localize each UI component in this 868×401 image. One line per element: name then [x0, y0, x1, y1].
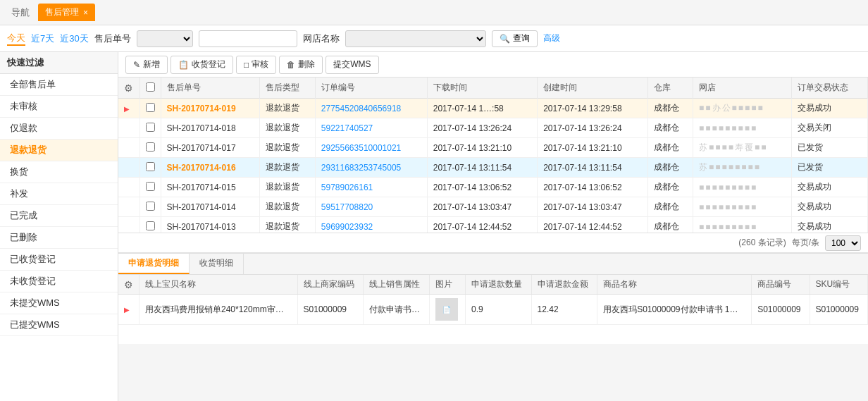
play-cell — [118, 178, 140, 197]
active-tab[interactable]: 售后管理 × — [38, 4, 95, 21]
row-checkbox[interactable] — [146, 202, 155, 211]
sku-code-cell: S01000009 — [810, 295, 867, 325]
bottom-table-wrapper[interactable]: ⚙ 线上宝贝名称 线上商家编码 线上销售属性 图片 申请退款数量 申请退款金额 … — [118, 275, 868, 344]
sidebar-item-未提交WMS[interactable]: 未提交WMS — [0, 292, 118, 314]
record-count: (260 条记录) — [738, 237, 786, 249]
delete-button[interactable]: 🗑 删除 — [279, 56, 323, 74]
order-status: 已发货 — [791, 138, 867, 158]
after-sale-type: 退款退货 — [259, 138, 315, 158]
close-tab-icon[interactable]: × — [83, 8, 88, 18]
shop-name: ■■■■■■■■■ — [693, 217, 791, 233]
submit-wms-button[interactable]: 提交WMS — [326, 56, 378, 74]
create-time: 2017-07-14 12:44:52 — [538, 217, 647, 233]
row-checkbox[interactable] — [146, 182, 155, 191]
play-cell — [118, 197, 140, 217]
per-page-select[interactable]: 100 50 200 — [825, 235, 861, 251]
row-checkbox-cell[interactable] — [140, 197, 161, 217]
row-checkbox-cell[interactable] — [140, 178, 161, 197]
bottom-col-merchant-code: 线上商家编码 — [297, 275, 364, 295]
amount-cell: 12.42 — [531, 295, 597, 325]
row-checkbox-cell[interactable] — [140, 138, 161, 158]
content-area: ✎ 新增 📋 收货登记 □ 审核 🗑 删除 提交WMS — [118, 52, 868, 401]
select-all-checkbox[interactable] — [146, 82, 155, 92]
receive-icon: 📋 — [178, 60, 189, 70]
search-button[interactable]: 🔍 查询 — [492, 30, 538, 47]
shop-name: 苏■■■■■■■■ — [693, 158, 791, 178]
filter-last7[interactable]: 近7天 — [31, 32, 54, 45]
filter-today[interactable]: 今天 — [7, 32, 25, 46]
receive-button[interactable]: 📋 收货登记 — [170, 56, 233, 74]
create-time: 2017-07-14 13:29:58 — [538, 99, 647, 118]
field-type-select[interactable] — [137, 30, 193, 47]
sidebar-item-已收货登记[interactable]: 已收货登记 — [0, 249, 118, 271]
row-checkbox-cell[interactable] — [140, 99, 161, 118]
bottom-table-row[interactable]: ▶用友西玛费用报销单240*120mm审…S01000009付款申请书…📄0.9… — [118, 295, 868, 325]
sidebar-item-未审核[interactable]: 未审核 — [0, 96, 118, 118]
sidebar-item-退款退货[interactable]: 退款退货 — [0, 140, 118, 161]
select-all-col[interactable] — [140, 78, 161, 99]
download-time: 2017-07-14 13:26:24 — [427, 118, 537, 138]
bottom-panel: 申请退货明细 收货明细 ⚙ 线上宝贝名称 线上商家编码 线上销售属性 图片 申请… — [118, 252, 868, 344]
bottom-header-row: ⚙ 线上宝贝名称 线上商家编码 线上销售属性 图片 申请退款数量 申请退款金额 … — [118, 275, 868, 295]
row-checkbox[interactable] — [146, 103, 155, 112]
col-type: 售后类型 — [259, 78, 315, 99]
shop-select[interactable] — [345, 30, 486, 47]
delete-icon: 🗑 — [287, 60, 295, 70]
after-sale-id: SH-20170714-014 — [161, 197, 259, 217]
add-button[interactable]: ✎ 新增 — [125, 56, 168, 74]
bottom-settings-col[interactable]: ⚙ — [118, 275, 140, 295]
table-row[interactable]: SH-20170714-016退款退货293116832537450052017… — [118, 158, 868, 178]
table-row[interactable]: SH-20170714-015退款退货597890261612017-07-14… — [118, 178, 868, 197]
shop-name: ■■■■■■■■■ — [693, 178, 791, 197]
after-sale-id: SH-20170714-019 — [161, 99, 259, 118]
filter-last30[interactable]: 近30天 — [60, 32, 88, 45]
order-status: 交易成功 — [791, 197, 867, 217]
order-number: 59221740527 — [315, 118, 427, 138]
tab-receive-detail[interactable]: 收货明细 — [190, 254, 244, 274]
col-order-num: 订单编号 — [315, 78, 427, 99]
sidebar-item-已完成[interactable]: 已完成 — [0, 205, 118, 227]
after-sale-type: 退款退货 — [259, 197, 315, 217]
filter-search-input[interactable] — [199, 30, 297, 47]
search-icon: 🔍 — [500, 34, 510, 44]
main-table-wrapper[interactable]: ⚙ 售后单号 售后类型 订单编号 下载时间 创建时间 仓库 网店 订单交易状态 … — [118, 78, 868, 233]
sidebar-item-已提交WMS[interactable]: 已提交WMS — [0, 314, 118, 336]
shop-name: ■■■■■■■■■ — [693, 118, 791, 138]
sidebar-item-全部售后单[interactable]: 全部售后单 — [0, 74, 118, 96]
advanced-button[interactable]: 高级 — [543, 32, 560, 44]
per-page-label: 每页/条 — [792, 237, 819, 249]
warehouse: 成都仓 — [647, 178, 693, 197]
create-time: 2017-07-14 13:21:10 — [538, 138, 647, 158]
sidebar-item-未收货登记[interactable]: 未收货登记 — [0, 271, 118, 292]
sidebar-item-换货[interactable]: 换货 — [0, 161, 118, 183]
download-time: 2017-07-14 12:44:52 — [427, 217, 537, 233]
row-checkbox[interactable] — [146, 162, 155, 171]
table-row[interactable]: SH-20170714-013退款退货596990239322017-07-14… — [118, 217, 868, 233]
order-status: 交易成功 — [791, 99, 867, 118]
download-time: 2017-07-14 13:11:54 — [427, 158, 537, 178]
audit-button[interactable]: □ 审核 — [236, 56, 276, 74]
tab-refund-detail[interactable]: 申请退货明细 — [118, 254, 190, 274]
play-cell: ▶ — [118, 99, 140, 118]
row-checkbox[interactable] — [146, 142, 155, 152]
table-row[interactable]: SH-20170714-017退款退货292556635100010212017… — [118, 138, 868, 158]
row-checkbox[interactable] — [146, 221, 155, 230]
row-checkbox-cell[interactable] — [140, 217, 161, 233]
table-row[interactable]: SH-20170714-014退款退货595177088202017-07-14… — [118, 197, 868, 217]
order-status: 已发货 — [791, 158, 867, 178]
sidebar-item-补发[interactable]: 补发 — [0, 183, 118, 205]
settings-icon: ⚙ — [124, 82, 133, 94]
col-shop: 网店 — [693, 78, 791, 99]
sidebar-item-已删除[interactable]: 已删除 — [0, 227, 118, 249]
table-row[interactable]: ▶SH-20170714-019退款退货27754520840656918201… — [118, 99, 868, 118]
settings-col[interactable]: ⚙ — [118, 78, 140, 99]
bottom-col-product-code: 商品编号 — [752, 275, 810, 295]
sales-attr-cell: 付款申请书… — [364, 295, 430, 325]
col-create-time: 创建时间 — [538, 78, 647, 99]
row-checkbox-cell[interactable] — [140, 118, 161, 138]
row-checkbox[interactable] — [146, 123, 155, 132]
row-checkbox-cell[interactable] — [140, 158, 161, 178]
table-row[interactable]: SH-20170714-018退款退货592217405272017-07-14… — [118, 118, 868, 138]
sidebar-item-仅退款[interactable]: 仅退款 — [0, 118, 118, 140]
bottom-col-qty: 申请退款数量 — [466, 275, 532, 295]
